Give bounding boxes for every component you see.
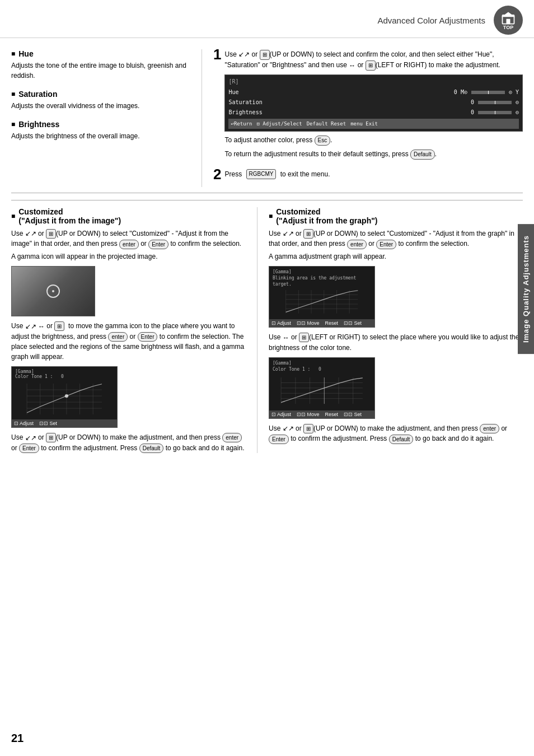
page-title: Advanced Color Adjustments: [377, 16, 485, 25]
ci-btn4: ⊞: [46, 433, 56, 442]
side-tab[interactable]: Image Quality Adjustments: [518, 224, 534, 354]
customized-image-section: Customized("Adjust it from the image") U…: [11, 207, 257, 453]
customized-graph-desc2: A gamma adjustment graph will appear.: [269, 251, 523, 262]
step1-text: Use ↙↗ or ⊞(UP or DOWN) to select and co…: [224, 49, 523, 71]
page-header: Advanced Color Adjustments TOP: [0, 0, 534, 38]
step1-row: 1 Use ↙↗ or ⊞(UP or DOWN) to select and …: [213, 49, 523, 164]
customized-graph-desc3: Use ↔ or ⊞(LEFT or RIGHT) to select the …: [269, 332, 523, 353]
screen-header: [R]: [228, 77, 519, 86]
gamma-graph2: [Gamma]Blinking area is the adjustmentta…: [269, 266, 375, 328]
step1-number: 1: [213, 47, 221, 62]
screen-row-saturation: Saturation 0 ⊙: [228, 97, 519, 108]
ci-enter3: enter: [108, 332, 128, 342]
gamma-graph2-label: [Gamma]Blinking area is the adjustmentta…: [273, 269, 356, 288]
saturation-desc: Adjusts the overall vividness of the ima…: [11, 101, 190, 111]
customized-image-desc2: A gamma icon will appear in the projecte…: [11, 251, 246, 262]
ci-default4: Default: [139, 444, 164, 453]
customized-graph-desc1: Use ↙↗ or ⊞(UP or DOWN) to select "Custo…: [269, 228, 523, 249]
gamma-graph1: [Gamma]Color Tone 1 : 0: [11, 366, 118, 428]
content-area: Hue Adjusts the tone of the entire image…: [0, 38, 534, 459]
bottom-two-col: Customized("Adjust it from the image") U…: [11, 200, 523, 453]
gamma-graph2-footer: ⊡ Adjust ⊡⊡ Move Reset ⊡⊡ Set: [269, 319, 374, 327]
customized-image-desc3: Use ↙↗ ↔ or ⊞ to move the gamma icon to …: [11, 321, 246, 362]
hue-desc: Adjusts the tone of the entire image to …: [11, 60, 190, 81]
ci-btn2: ⊞: [54, 321, 64, 331]
ci-updown1: ⊞: [46, 229, 56, 239]
ci-arrows1: ↙↗: [25, 228, 36, 239]
step2-exit-label: to exit the menu.: [280, 170, 330, 178]
gamma-graph3: [Gamma]Color Tone 1 : 0: [269, 357, 375, 419]
cg-arrows1: ↙↗: [283, 228, 294, 239]
screen-mockup: [R] Hue 0 M⊙ ⊙ Y Saturation: [224, 74, 523, 132]
ci-enter5: enter: [222, 433, 242, 442]
customized-graph-heading: Customized("Adjust it from the graph"): [269, 207, 523, 225]
page-number: 21: [11, 732, 24, 745]
screen-footer: ↩Return ⊡ Adjust/Select Default Reset me…: [228, 119, 519, 129]
gamma-graph2-svg: [269, 290, 374, 320]
gamma-graph3-svg: [269, 377, 374, 411]
cg-arrows4: ↙↗: [283, 423, 294, 433]
cg-enter6: Enter: [269, 435, 289, 444]
cg-lr-arrows: ↔: [283, 333, 289, 343]
step2-number: 2: [213, 167, 221, 181]
arrows-icon: ↙↗: [238, 49, 250, 60]
divider: [11, 193, 523, 193]
brightness-heading: Brightness: [11, 120, 190, 129]
top-two-col: Hue Adjusts the tone of the entire image…: [11, 49, 523, 187]
ci-enter1: enter: [119, 240, 139, 249]
lr-arrows-icon: ↔: [349, 60, 355, 71]
home-icon: [500, 10, 516, 26]
svg-point-13: [65, 394, 68, 398]
cg-enter2: Enter: [376, 240, 396, 249]
rgbcmy-key: RGBCMY: [246, 169, 277, 179]
gamma-graph1-svg: [12, 384, 117, 419]
gamma-graph3-footer: ⊡ Adjust ⊡⊡ Move Reset ⊡⊡ Set: [269, 410, 374, 418]
default-key: Default: [410, 150, 435, 160]
left-definitions: Hue Adjusts the tone of the entire image…: [11, 49, 190, 187]
ci-arrows4: ↙↗: [25, 433, 36, 443]
customized-image-desc1: Use ↙↗ or ⊞(UP or DOWN) to select "Custo…: [11, 228, 246, 249]
brightness-section: Brightness Adjusts the brightness of the…: [11, 120, 190, 141]
gamma-projected-image: [11, 266, 95, 316]
customized-image-desc4: Use ↙↗ or ⊞(UP or DOWN) to make the adju…: [11, 432, 246, 453]
right-steps: 1 Use ↙↗ or ⊞(UP or DOWN) to select and …: [202, 49, 523, 187]
hue-heading: Hue: [11, 49, 190, 58]
default-text: To return the adjustment results to thei…: [224, 149, 523, 160]
step2-row: 2 Press RGBCMY to exit the menu.: [213, 169, 523, 181]
saturation-heading: Saturation: [11, 90, 190, 99]
cg-enter1: enter: [347, 240, 367, 249]
ci-enter4: Enter: [138, 332, 158, 342]
saturation-section: Saturation Adjusts the overall vividness…: [11, 90, 190, 111]
esc-text: To adjust another color, press Esc.: [224, 135, 523, 146]
top-label: TOP: [503, 25, 513, 30]
step2-press-label: Press: [224, 170, 242, 178]
ci-lr-arrows: ↔: [38, 321, 45, 332]
cg-enter5: enter: [480, 424, 499, 433]
ci-enter6: Enter: [19, 444, 39, 453]
customized-graph-section: Customized("Adjust it from the graph") U…: [269, 207, 523, 453]
svg-rect-2: [507, 19, 510, 24]
cg-default4: Default: [389, 435, 414, 444]
hue-section: Hue Adjusts the tone of the entire image…: [11, 49, 190, 81]
gamma-graph1-label: [Gamma]Color Tone 1 : 0: [15, 369, 64, 379]
gamma-center-dot: [52, 290, 54, 292]
step2-content: Press RGBCMY to exit the menu.: [224, 169, 330, 180]
ci-enter2: Enter: [148, 240, 168, 249]
step1-content: Use ↙↗ or ⊞(UP or DOWN) to select and co…: [224, 49, 523, 164]
ci-arrows2: ↙↗: [25, 321, 36, 332]
brightness-desc: Adjusts the brightness of the overall im…: [11, 131, 190, 141]
customized-graph-desc4: Use ↙↗ or ⊞(UP or DOWN) to make the adju…: [269, 423, 523, 444]
cg-lr-btn: ⊞: [299, 333, 309, 342]
gamma-graph1-footer: ⊡ Adjust ⊡⊡ Set: [12, 419, 117, 427]
gamma-icon: [46, 284, 60, 298]
cg-btn4: ⊞: [303, 424, 313, 433]
cg-updown1: ⊞: [303, 229, 313, 239]
gamma-graph3-label: [Gamma]Color Tone 1 : 0: [273, 360, 321, 372]
top-icon[interactable]: TOP: [494, 6, 523, 35]
screen-row-brightness: Brightness 0 ⊙: [228, 108, 519, 118]
customized-image-heading: Customized("Adjust it from the image"): [11, 207, 246, 225]
lr-btn: ⊞: [366, 60, 376, 71]
updown-btn: ⊞: [260, 50, 270, 60]
esc-key: Esc: [315, 136, 331, 146]
screen-row-hue: Hue 0 M⊙ ⊙ Y: [228, 87, 519, 97]
